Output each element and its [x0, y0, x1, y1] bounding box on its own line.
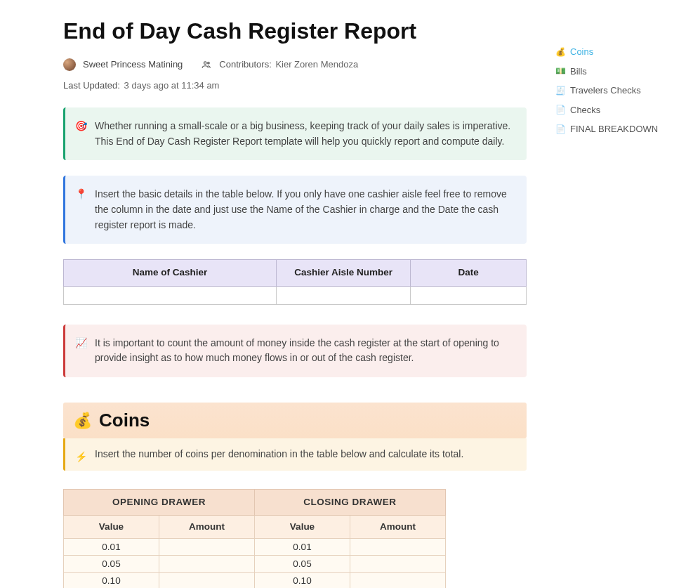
callout-intro-text: Whether running a small-scale or a big b… — [95, 120, 510, 147]
author-avatar[interactable] — [63, 58, 76, 71]
col-header-aisle: Cashier Aisle Number — [277, 260, 411, 286]
cell-open_value[interactable]: 0.05 — [64, 556, 159, 573]
callout-coins-hint: ⚡ Insert the number of coins per denomin… — [63, 438, 527, 471]
table-row[interactable]: 0.050.05 — [64, 556, 446, 573]
cell-close_value[interactable]: 0.01 — [255, 539, 350, 556]
callout-details-hint: 📍 Insert the basic details in the table … — [63, 176, 527, 244]
toc-label: Checks — [570, 103, 600, 117]
cell-open_amount[interactable] — [159, 573, 255, 588]
toc-item-travelers-checks[interactable]: 🧾Travelers Checks — [555, 81, 693, 100]
cell-close_amount[interactable] — [350, 556, 446, 573]
svg-point-1 — [208, 62, 210, 64]
table-row[interactable] — [64, 286, 527, 304]
toc-icon: 📄 — [555, 123, 566, 136]
cell-open_amount[interactable] — [159, 539, 255, 556]
cell-cashier[interactable] — [64, 286, 277, 304]
pin-icon: 📍 — [75, 187, 87, 202]
table-row[interactable]: 0.010.01 — [64, 539, 446, 556]
svg-point-0 — [204, 62, 207, 65]
cell-close_value[interactable]: 0.10 — [255, 573, 350, 588]
toc-label: Coins — [570, 45, 593, 59]
lightning-icon: ⚡ — [75, 450, 87, 465]
col-header-cashier: Name of Cashier — [64, 260, 277, 286]
section-head-coins: 💰 Coins — [63, 403, 527, 438]
subheader-open-value: Value — [64, 516, 159, 539]
coins-table: OPENING DRAWER CLOSING DRAWER Value Amou… — [63, 489, 446, 588]
page-title: End of Day Cash Register Report — [63, 14, 527, 48]
table-of-contents: 💰Coins💵Bills🧾Travelers Checks📄Checks📄FIN… — [555, 0, 700, 588]
callout-coins-text: Insert the number of coins per denominat… — [95, 448, 463, 459]
toc-icon: 📄 — [555, 103, 566, 116]
callout-count-hint: 📈 It is important to count the amount of… — [63, 325, 527, 377]
table-row[interactable]: 0.100.10 — [64, 573, 446, 588]
cell-open_value[interactable]: 0.01 — [64, 539, 159, 556]
toc-icon: 🧾 — [555, 84, 566, 97]
meta-row: Sweet Princess Matining Contributors: Ki… — [63, 58, 527, 92]
header-closing-drawer: CLOSING DRAWER — [255, 489, 446, 515]
toc-item-coins[interactable]: 💰Coins — [555, 42, 693, 62]
section-title-coins: Coins — [99, 407, 150, 434]
toc-label: Bills — [570, 65, 587, 79]
cell-open_amount[interactable] — [159, 556, 255, 573]
chart-icon: 📈 — [75, 336, 87, 351]
author-name[interactable]: Sweet Princess Matining — [83, 58, 183, 72]
callout-intro: 🎯 Whether running a small-scale or a big… — [63, 107, 527, 160]
main-content: End of Day Cash Register Report Sweet Pr… — [0, 0, 555, 588]
toc-item-bills[interactable]: 💵Bills — [555, 62, 693, 81]
subheader-open-amount: Amount — [159, 516, 255, 539]
callout-details-text: Insert the basic details in the table be… — [95, 188, 507, 230]
toc-icon: 💵 — [555, 65, 566, 77]
toc-label: Travelers Checks — [570, 84, 641, 98]
toc-item-checks[interactable]: 📄Checks — [555, 100, 693, 120]
header-opening-drawer: OPENING DRAWER — [64, 489, 255, 515]
toc-item-final-breakdown[interactable]: 📄FINAL BREAKDOWN — [555, 119, 693, 139]
cell-close_amount[interactable] — [350, 539, 446, 556]
contributors-icon — [201, 59, 212, 70]
toc-label: FINAL BREAKDOWN — [570, 122, 658, 136]
cashier-details-table: Name of Cashier Cashier Aisle Number Dat… — [63, 259, 527, 304]
last-updated-value: 3 days ago at 11:34 am — [124, 80, 220, 91]
cell-date[interactable] — [411, 286, 527, 304]
moneybag-icon: 💰 — [73, 409, 92, 432]
subheader-close-amount: Amount — [350, 516, 446, 539]
cell-close_value[interactable]: 0.05 — [255, 556, 350, 573]
toc-icon: 💰 — [555, 46, 566, 58]
cell-open_value[interactable]: 0.10 — [64, 573, 159, 588]
contributors-label: Contributors: — [219, 59, 271, 70]
callout-count-text: It is important to count the amount of m… — [95, 337, 499, 364]
cell-aisle[interactable] — [277, 286, 411, 304]
cell-close_amount[interactable] — [350, 573, 446, 588]
col-header-date: Date — [411, 260, 527, 286]
target-icon: 🎯 — [75, 119, 87, 134]
subheader-close-value: Value — [255, 516, 350, 539]
last-updated-label: Last Updated: — [63, 80, 120, 91]
contributors-value[interactable]: Kier Zoren Mendoza — [275, 59, 358, 70]
